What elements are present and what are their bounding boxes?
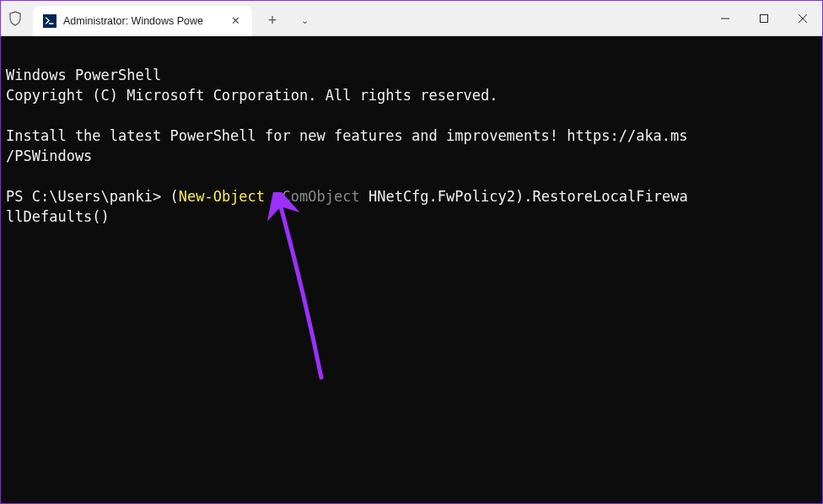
arrow-annotation-icon <box>254 192 347 386</box>
minimize-button[interactable] <box>706 1 745 35</box>
terminal-line: /PSWindows <box>6 147 92 164</box>
tab-title: Administrator: Windows Powe <box>63 15 220 27</box>
tab-dropdown-button[interactable]: ⌄ <box>293 15 316 26</box>
cmd-method: llDefaults() <box>6 208 110 225</box>
cmd-arg: HNetCfg.FwPolicy2 <box>368 188 515 205</box>
new-tab-button[interactable]: + <box>257 12 288 29</box>
window-controls <box>706 1 822 35</box>
titlebar-left: Administrator: Windows Powe ✕ + ⌄ <box>1 1 316 35</box>
cmd-param: -ComObject <box>273 188 359 205</box>
terminal-line: Windows PowerShell <box>6 67 161 83</box>
cmd-space <box>265 188 273 205</box>
terminal-area[interactable]: Windows PowerShell Copyright (C) Microso… <box>1 36 822 503</box>
cmd-method: RestoreLocalFirewa <box>532 188 687 205</box>
cmd-paren: ) <box>515 188 524 205</box>
powershell-icon <box>43 14 56 28</box>
terminal-line: Copyright (C) Microsoft Corporation. All… <box>6 87 498 104</box>
cmd-paren: ( <box>169 188 178 205</box>
prompt: PS C:\Users\panki> <box>6 188 169 205</box>
svg-rect-0 <box>44 15 56 27</box>
cmd-newobject: New-Object <box>179 188 265 205</box>
shield-icon <box>8 11 23 26</box>
titlebar: Administrator: Windows Powe ✕ + ⌄ <box>1 1 822 36</box>
cmd-space <box>360 188 368 205</box>
close-window-button[interactable] <box>783 1 822 35</box>
terminal-line: Install the latest PowerShell for new fe… <box>6 127 688 144</box>
cmd-dot: . <box>524 188 532 205</box>
svg-rect-2 <box>761 14 768 22</box>
maximize-button[interactable] <box>745 1 783 35</box>
active-tab[interactable]: Administrator: Windows Powe ✕ <box>33 6 252 36</box>
tab-close-button[interactable]: ✕ <box>227 13 244 29</box>
